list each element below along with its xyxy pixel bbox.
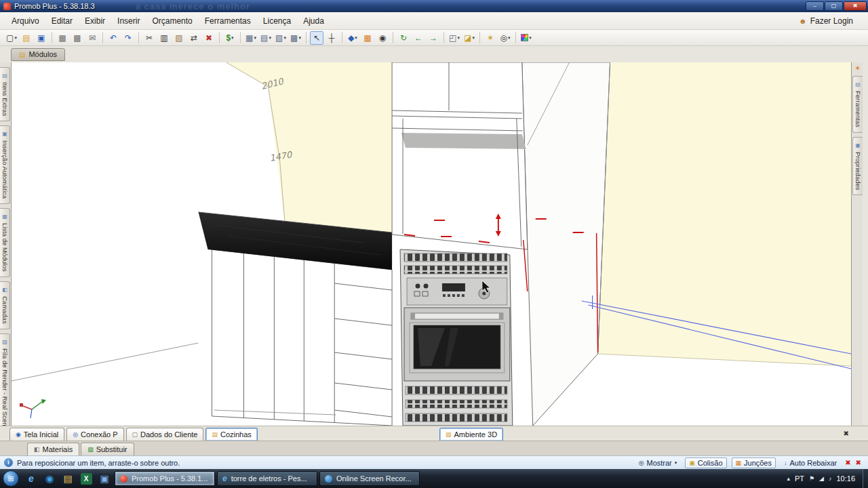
- status-close-icon[interactable]: ✖: [845, 459, 850, 466]
- menu-ajuda[interactable]: Ajuda: [297, 14, 330, 28]
- sidebar-item-lista-de-modulos[interactable]: ▦Lista de Módulos: [0, 208, 10, 277]
- nav-forward-icon[interactable]: →: [427, 31, 440, 45]
- tray-expand-icon[interactable]: ▴: [787, 475, 790, 482]
- cut-icon[interactable]: ✂: [142, 31, 156, 45]
- delete-icon[interactable]: ✖: [202, 31, 216, 45]
- sidebar-item-insercao-automatica[interactable]: ▣Inserção Automática: [0, 125, 10, 204]
- swap-icon[interactable]: ⇄: [187, 31, 201, 45]
- taskbar-button-browser[interactable]: etorre de eletros - Pes...: [217, 471, 317, 486]
- paste-icon[interactable]: ▨: [172, 31, 186, 45]
- measure-icon[interactable]: ┼: [325, 31, 338, 45]
- sidebar-item-ferramentas[interactable]: ▤Ferramentas: [852, 76, 863, 133]
- palette-icon[interactable]: ▾: [519, 31, 533, 45]
- menu-editar[interactable]: Editar: [45, 14, 79, 28]
- tab-cozinhas[interactable]: ▤Cozinhas: [205, 428, 257, 441]
- media-icon[interactable]: ◉: [41, 470, 58, 487]
- language-indicator[interactable]: PT: [795, 474, 804, 483]
- tab-label: Dados do Cliente: [140, 430, 197, 439]
- menu-exibir[interactable]: Exibir: [79, 14, 111, 28]
- minimize-button[interactable]: –: [806, 1, 824, 11]
- window-controls: – ▢ ✖: [806, 1, 867, 11]
- show-desktop-button[interactable]: [863, 469, 868, 488]
- start-button[interactable]: ⊞: [3, 470, 19, 487]
- view-3d-icon[interactable]: ◪▾: [462, 31, 476, 45]
- tab-dados-do-cliente[interactable]: ▢Dados do Cliente: [126, 428, 204, 441]
- titlebar: Promob Plus - 5.38.18.3 a casa merece o …: [0, 0, 868, 12]
- viewport-3d[interactable]: 2010 1470: [11, 62, 852, 426]
- budget-icon[interactable]: $▾: [223, 31, 237, 45]
- layers-icon[interactable]: ◆▾: [346, 31, 359, 45]
- open-folder-icon[interactable]: ▤: [20, 31, 33, 45]
- menu-licenca[interactable]: Licença: [257, 14, 297, 28]
- menu-ferramentas[interactable]: Ferramentas: [199, 14, 257, 28]
- sidebar-label: Camadas: [1, 296, 9, 324]
- ie-icon: e: [222, 474, 227, 483]
- refresh-icon[interactable]: ↻: [397, 31, 410, 45]
- button-label: Colisão: [698, 459, 723, 467]
- redo-icon[interactable]: ↷: [121, 31, 135, 45]
- clock[interactable]: 10:16: [836, 474, 855, 483]
- fila-de-render-icon: ▨: [2, 339, 7, 345]
- auto-rebaixar-button[interactable]: ↓Auto Rebaixar: [781, 458, 840, 468]
- send-mail-icon[interactable]: ✉: [85, 31, 99, 45]
- new-window-icon[interactable]: ◰▾: [448, 31, 461, 45]
- fazer-login-button[interactable]: ☻ Fazer Login: [799, 16, 863, 26]
- sidebar-item-propriedades[interactable]: ▣Propriedades: [852, 137, 863, 196]
- kitchen-wall-left: [226, 62, 392, 235]
- light-icon[interactable]: ✶: [484, 31, 497, 45]
- copy-icon[interactable]: ▥: [157, 31, 171, 45]
- select-pointer-icon[interactable]: ↖: [310, 31, 323, 45]
- tab-modulos[interactable]: ▤ Módulos: [11, 48, 65, 61]
- menu-arquivo[interactable]: Arquivo: [5, 14, 45, 28]
- menu-inserir[interactable]: Inserir: [111, 14, 146, 28]
- taskbar-button-recorder[interactable]: Online Screen Recor...: [319, 471, 420, 486]
- table-icon[interactable]: ▦: [361, 31, 374, 45]
- layout-list-icon[interactable]: ▤▾: [259, 31, 273, 45]
- new-file-icon[interactable]: ▢▾: [5, 31, 18, 45]
- oven[interactable]: [400, 249, 513, 426]
- sidebar-item-fila-de-render[interactable]: ▨Fila de Render - Real Scene: [0, 333, 10, 435]
- niche-shadow: [401, 133, 526, 149]
- volume-icon[interactable]: ♪: [829, 475, 832, 482]
- save-icon[interactable]: ▣: [35, 31, 48, 45]
- mostrar-button[interactable]: ◎Mostrar▾: [635, 458, 681, 468]
- tab-ambiente-3d[interactable]: ▧Ambiente 3D: [439, 428, 503, 441]
- menu-orcamento[interactable]: Orçamento: [146, 14, 198, 28]
- tab-tela-inicial[interactable]: ◉Tela Inicial: [9, 428, 64, 441]
- layout-split-icon[interactable]: ▧▾: [274, 31, 288, 45]
- layout-grid-icon[interactable]: ▦▾: [244, 31, 258, 45]
- camera-icon[interactable]: ◎▾: [498, 31, 512, 45]
- explorer-icon[interactable]: ▤: [60, 470, 76, 487]
- status-close-icon-2[interactable]: ✖: [856, 459, 861, 466]
- app-icon-quick[interactable]: ▣: [96, 470, 113, 487]
- print-icon[interactable]: ▦: [56, 31, 69, 45]
- colisao-button[interactable]: ▣Colisão: [685, 458, 726, 468]
- base-cabinet[interactable]: [212, 249, 393, 426]
- excel-icon[interactable]: X: [78, 470, 94, 487]
- maximize-button[interactable]: ▢: [825, 1, 843, 11]
- print-preview-icon[interactable]: ▩: [71, 31, 84, 45]
- nav-back-icon[interactable]: ←: [412, 31, 425, 45]
- browser-icon[interactable]: e: [23, 470, 39, 487]
- lista-de-modulos-icon: ▦: [2, 214, 7, 220]
- tall-cabinet[interactable]: [392, 62, 528, 249]
- tab-materiais[interactable]: ◧Materiais: [27, 443, 79, 455]
- sidebar-item-itens-extras[interactable]: ▤Itens Extras: [0, 67, 10, 121]
- sidebar-item-camadas[interactable]: ◧Camadas: [0, 281, 10, 329]
- juncoes-button[interactable]: ▦Junções: [732, 458, 776, 468]
- layout-detail-icon[interactable]: ▩▾: [289, 31, 302, 45]
- oven-vent-bottom-2: [406, 400, 507, 408]
- undo-icon[interactable]: ↶: [106, 31, 120, 45]
- mostrar-icon: ◎: [639, 460, 644, 466]
- action-center-icon[interactable]: ⚑: [809, 475, 814, 482]
- tab-substituir[interactable]: ▨Substituir: [81, 443, 134, 455]
- system-tray: ▴ PT ⚑ ◢ ♪ 10:16: [787, 469, 868, 488]
- eye-icon[interactable]: ◉: [376, 31, 389, 45]
- tab-conexao-p[interactable]: ◎Conexão P: [66, 428, 123, 441]
- network-icon[interactable]: ◢: [819, 475, 824, 482]
- taskbar-button-promob[interactable]: Promob Plus - 5.38.1...: [115, 471, 215, 486]
- itens-extras-icon: ▤: [2, 73, 7, 79]
- panel-toggle-icon[interactable]: ✶: [855, 64, 861, 72]
- tab-close-icon[interactable]: ✖: [844, 430, 849, 437]
- close-button[interactable]: ✖: [844, 1, 867, 11]
